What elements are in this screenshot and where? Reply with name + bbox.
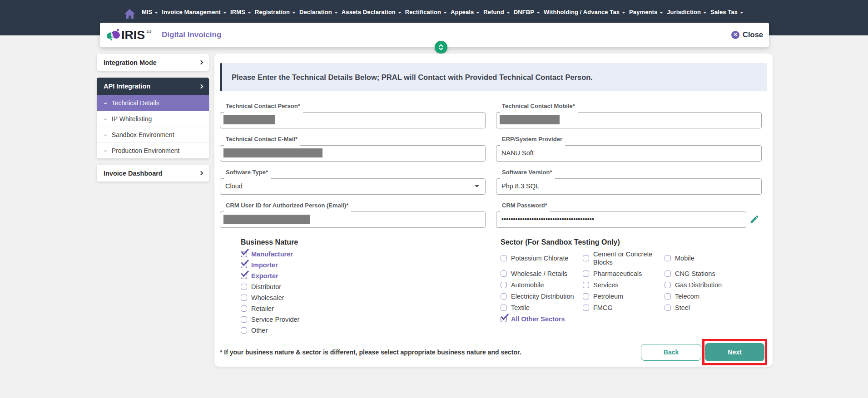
- nav-item-irms[interactable]: IRMS: [228, 6, 253, 18]
- checkbox-petroleum[interactable]: Petroleum: [583, 292, 665, 300]
- sidebar-item-integration-mode[interactable]: Integration Mode: [97, 54, 209, 71]
- sector-grid: Potassium Chlorate Cement or Concrete Bl…: [501, 250, 767, 323]
- checkbox-icon: [501, 293, 507, 300]
- erp-system-provider-input[interactable]: NANU Soft: [496, 145, 762, 161]
- nav-item-mis[interactable]: MIS: [140, 6, 160, 18]
- checkbox-steel[interactable]: Steel: [665, 304, 767, 312]
- technical-contact-email-input[interactable]: [220, 145, 486, 161]
- checkbox-icon: [241, 251, 247, 257]
- chevron-down-icon: [622, 12, 625, 14]
- checkbox-manufacturer[interactable]: Manufacturer: [241, 250, 486, 258]
- checkbox-icon: [583, 255, 589, 261]
- crm-password-input[interactable]: ••••••••••••••••••••••••••••••••••••••••: [496, 211, 746, 227]
- nav-item-label: Assets Declaration: [342, 9, 396, 15]
- chevron-down-icon: [506, 12, 510, 14]
- checkbox-label: Telecom: [675, 292, 699, 300]
- nav-item-jurisdiction[interactable]: Jurisdiction: [665, 6, 709, 18]
- scroll-toggle-button[interactable]: [435, 41, 447, 54]
- checkbox-label: Importer: [251, 261, 278, 269]
- nav-item-withholding-advance-tax[interactable]: Withholding / Advance Tax: [542, 6, 627, 18]
- sidebar-item-invoice-dashboard[interactable]: Invoice Dashboard: [97, 165, 209, 182]
- checkbox-icon: [501, 316, 507, 322]
- nav-item-registration[interactable]: Registration: [253, 6, 298, 18]
- software-version-input[interactable]: Php 8.3 SQL: [496, 178, 762, 194]
- next-button[interactable]: Next: [705, 343, 764, 361]
- software-type-select[interactable]: Cloud: [220, 178, 486, 194]
- sidebar-item-api-integration[interactable]: API Integration: [97, 78, 209, 95]
- checkbox-label: Textile: [511, 304, 530, 312]
- checkbox-cement-or-concrete-blocks[interactable]: Cement or Concrete Blocks: [583, 250, 665, 266]
- checkbox-textile[interactable]: Textile: [501, 304, 583, 312]
- checkbox-label: Cement or Concrete Blocks: [593, 250, 656, 266]
- redacted-value: [223, 115, 275, 124]
- checkbox-other[interactable]: Other: [241, 326, 486, 334]
- checkbox-icon: [241, 327, 247, 334]
- home-button[interactable]: [123, 8, 137, 20]
- sidebar-item-sandbox-environment[interactable]: – Sandbox Environment: [97, 127, 209, 142]
- field-value: NANU Soft: [501, 149, 534, 157]
- footnote-text: * If your business nature & sector is di…: [220, 349, 641, 356]
- checkbox-label: Retailer: [251, 305, 274, 312]
- field-software-type: Software Type* Software Type* Cloud: [220, 169, 486, 195]
- checkbox-distributor[interactable]: Distributor: [241, 283, 486, 290]
- checkbox-wholesale-retails[interactable]: Wholesale / Retails: [501, 270, 583, 278]
- checkbox-service-provider[interactable]: Service Provider: [241, 315, 486, 323]
- checkbox-retailer[interactable]: Retailer: [241, 305, 486, 312]
- checkbox-potassium-chlorate[interactable]: Potassium Chlorate: [501, 250, 583, 266]
- nav-item-dnfbp[interactable]: DNFBP: [512, 6, 542, 18]
- nav-item-payments[interactable]: Payments: [627, 6, 665, 18]
- checkbox-icon: [583, 270, 589, 277]
- redacted-value: [223, 148, 322, 157]
- field-label: CRM User ID for Authorized Person (Email…: [226, 202, 348, 209]
- checkbox-exporter[interactable]: Exporter: [241, 272, 486, 280]
- checkbox-cng-stations[interactable]: CNG Stations: [665, 270, 767, 278]
- checkbox-pharmaceuticals[interactable]: Pharmaceuticals: [583, 270, 665, 278]
- checkbox-gas-distribution[interactable]: Gas Distribution: [665, 281, 767, 289]
- checkbox-services[interactable]: Services: [583, 281, 665, 289]
- home-icon: [124, 8, 136, 20]
- nav-item-sales-tax[interactable]: Sales Tax: [709, 6, 745, 18]
- iris-logo: IRIS 2.0: [100, 23, 156, 47]
- checkbox-icon: [241, 295, 247, 301]
- technical-contact-person-input[interactable]: [220, 112, 486, 128]
- technical-contact-mobile-input[interactable]: [496, 112, 762, 128]
- sidebar-item-production-environment[interactable]: – Production Environment: [97, 142, 209, 158]
- checkbox-wholesaler[interactable]: Wholesaler: [241, 294, 486, 301]
- checkbox-label: Wholesaler: [251, 294, 284, 301]
- nav-item-label: Withholding / Advance Tax: [544, 9, 620, 15]
- dash-icon: –: [104, 147, 107, 154]
- nav-item-declaration[interactable]: Declaration: [298, 6, 340, 18]
- password-dots: ••••••••••••••••••••••••••••••••••••••••: [501, 216, 594, 223]
- nav-item-invoice-management[interactable]: Invoice Management: [160, 6, 228, 18]
- checkbox-telecom[interactable]: Telecom: [665, 292, 767, 300]
- edit-password-button[interactable]: [749, 214, 759, 226]
- sidebar: Integration Mode API Integration – Techn…: [97, 54, 209, 182]
- nav-item-appeals[interactable]: Appeals: [449, 6, 481, 18]
- checkbox-all-other-sectors[interactable]: All Other Sectors: [501, 315, 583, 323]
- checkbox-mobile[interactable]: Mobile: [665, 250, 767, 266]
- checkbox-fmcg[interactable]: FMCG: [583, 304, 665, 312]
- chevron-down-icon: [223, 12, 227, 14]
- chevron-down-icon: [536, 12, 540, 14]
- crm-user-id-input[interactable]: [220, 211, 486, 227]
- nav-item-rectification[interactable]: Rectification: [403, 6, 449, 18]
- close-button[interactable]: ✕ Close: [731, 30, 763, 39]
- checkbox-importer[interactable]: Importer: [241, 261, 486, 269]
- field-label: Technical Contact E-Mail*: [226, 136, 298, 142]
- checkbox-automobile[interactable]: Automobile: [501, 281, 583, 289]
- chevron-right-icon: [199, 60, 203, 65]
- nav-item-assets-declaration[interactable]: Assets Declaration: [340, 6, 403, 18]
- field-value: Cloud: [225, 182, 243, 190]
- chevron-right-icon: [199, 84, 203, 88]
- sidebar-item-technical-details[interactable]: – Technical Details: [97, 95, 209, 111]
- sidebar-item-ip-whitelisting[interactable]: – IP Whitelisting: [97, 111, 209, 127]
- checkbox-label: Automobile: [511, 281, 544, 289]
- sidebar-item-label: Technical Details: [112, 99, 159, 107]
- checkbox-electricity-distribution[interactable]: Electricity Distribution: [501, 292, 583, 300]
- up-down-chevrons-icon: [437, 43, 445, 51]
- nav-item-label: Registration: [255, 9, 290, 15]
- back-button[interactable]: Back: [641, 344, 701, 361]
- sidebar-item-label: Production Environment: [112, 147, 179, 154]
- checkbox-icon: [665, 293, 671, 300]
- nav-item-refund[interactable]: Refund: [481, 6, 511, 18]
